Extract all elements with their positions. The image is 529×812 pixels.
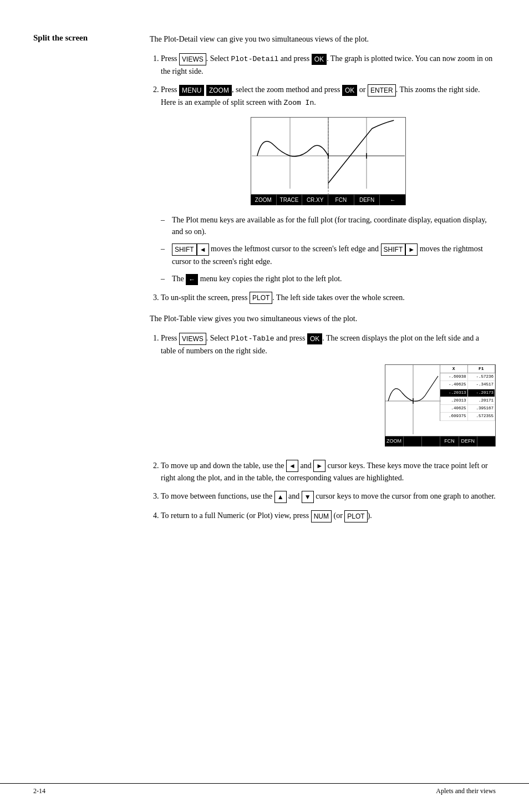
shift-key-2: SHIFT xyxy=(381,243,406,256)
cell-f1-2: -.34517 xyxy=(468,381,496,388)
split-menu-defn: DEFN xyxy=(459,437,477,446)
views-key-2: VIEWS xyxy=(179,333,206,345)
step-p2-3: To move between functions, use the ▲ and… xyxy=(161,490,496,503)
plot-detail-code: Plot-Detail xyxy=(231,55,278,63)
ok-key-3: OK xyxy=(307,333,322,344)
bullet-2: SHIFT◄ moves the leftmost cursor to the … xyxy=(161,243,496,267)
graph-wrapper: ZOOM TRACE CR.XY FCN DEFN ← xyxy=(251,117,406,205)
footer: 2-14 Aplets and their views xyxy=(0,783,529,795)
split-menu-empty2 xyxy=(422,437,440,446)
graph-svg xyxy=(251,118,405,194)
split-menu-zoom: ZOOM xyxy=(385,437,404,446)
num-key: NUM xyxy=(311,510,332,522)
menu-bar: ZOOM TRACE CR.XY FCN DEFN ← xyxy=(251,195,406,205)
plot-table-code: Plot-Table xyxy=(231,334,274,343)
right-arrow-key-1: ► xyxy=(405,243,418,256)
split-menu-fcn: FCN xyxy=(440,437,459,446)
zoom-in-code: Zoom In xyxy=(284,99,314,107)
step-p2-4-text: To return to a full Numeric (or Plot) vi… xyxy=(161,511,372,520)
intro-paragraph-1: The Plot-Detail view can give you two si… xyxy=(150,33,496,45)
ok-key-1: OK xyxy=(312,54,327,65)
cell-f1-5: .395167 xyxy=(468,405,496,412)
split-menu-empty3 xyxy=(477,437,496,446)
footer-page-number: 2-14 xyxy=(33,787,45,795)
step-3: To un-split the screen, press PLOT. The … xyxy=(161,292,496,304)
col-x-header: X xyxy=(440,365,468,373)
bullet-3: The ← menu key copies the right plot to … xyxy=(161,273,496,285)
shift-key-1: SHIFT xyxy=(172,243,197,256)
step-p2-3-text: To move between functions, use the ▲ and… xyxy=(161,492,496,500)
plot-table-graph-svg xyxy=(385,365,441,434)
split-graph-box: X F1 -.60938 -.57236 -.40625 xyxy=(385,364,496,437)
cell-x-6: .609375 xyxy=(440,413,468,420)
table-row-3-highlighted: -.20313 -.20173 xyxy=(440,389,495,397)
menu-crxy: CR.XY xyxy=(302,195,328,205)
split-screen-graph xyxy=(251,117,406,195)
left-arrow-key-2: ◄ xyxy=(286,460,298,472)
section-title: Split the screen xyxy=(33,33,88,42)
table-row-6: .609375 .572355 xyxy=(440,413,495,420)
left-arrow-key-1: ◄ xyxy=(197,243,209,256)
menu-left-arrow: ← xyxy=(380,195,406,205)
steps-list-part1: Press VIEWS. Select Plot-Detail and pres… xyxy=(150,53,496,304)
cell-x-1: -.60938 xyxy=(440,373,468,380)
bullet-list-part1: The Plot menu keys are available as for … xyxy=(161,214,496,285)
graph-container: ZOOM TRACE CR.XY FCN DEFN ← xyxy=(161,117,496,205)
right-arrow-key-2: ► xyxy=(313,460,325,472)
menu-trace: TRACE xyxy=(277,195,303,205)
col-f1-header: F1 xyxy=(468,365,496,373)
copy-key: ← xyxy=(186,274,198,285)
plot-key-2: PLOT xyxy=(344,510,367,522)
zoom-key-inv: ZOOM xyxy=(206,85,232,96)
cell-f1-6: .572355 xyxy=(468,413,496,420)
table-row-5: .40625 .395167 xyxy=(440,405,495,413)
menu-zoom: ZOOM xyxy=(251,195,277,205)
step-p2-4: To return to a full Numeric (or Plot) vi… xyxy=(161,510,496,522)
footer-section-name: Aplets and their views xyxy=(436,787,496,795)
page: Split the screen The Plot-Detail view ca… xyxy=(0,0,529,812)
cell-x-3: -.20313 xyxy=(440,389,468,397)
step-p2-2-text: To move up and down the table, use the ◄… xyxy=(161,461,488,483)
steps-list-part2: Press VIEWS. Select Plot-Table and press… xyxy=(150,332,496,522)
down-arrow-key: ▼ xyxy=(302,491,314,503)
step-p2-2: To move up and down the table, use the ◄… xyxy=(161,460,496,484)
menu-fcn: FCN xyxy=(328,195,354,205)
split-menu-bar: ZOOM FCN DEFN xyxy=(385,437,496,446)
intro-paragraph-2: The Plot-Table view gives you two simult… xyxy=(150,313,496,324)
step-p2-1-text: Press VIEWS. Select Plot-Table and press… xyxy=(161,334,479,355)
step3-text: To un-split the screen, press PLOT. The … xyxy=(161,293,405,302)
views-key: VIEWS xyxy=(179,53,206,65)
step-2: Press MENU ZOOM, select the zoom method … xyxy=(161,84,496,285)
cell-x-5: .40625 xyxy=(440,405,468,412)
table-header: X F1 xyxy=(440,365,495,373)
table-row-2: -.40625 -.34517 xyxy=(440,381,495,389)
ok-key-2: OK xyxy=(342,85,357,96)
table-row-4: .20313 .20171 xyxy=(440,397,495,405)
cell-x-4: .20313 xyxy=(440,397,468,404)
up-arrow-key: ▲ xyxy=(274,491,287,503)
step-p2-1: Press VIEWS. Select Plot-Table and press… xyxy=(161,332,496,451)
cell-f1-3: -.20173 xyxy=(468,389,496,397)
cell-f1-1: -.57236 xyxy=(468,373,496,380)
cell-x-2: -.40625 xyxy=(440,381,468,388)
menu-key: MENU xyxy=(179,85,204,96)
split-table: X F1 -.60938 -.57236 -.40625 xyxy=(440,365,495,421)
step2-text: Press MENU ZOOM, select the zoom method … xyxy=(161,85,480,106)
menu-defn: DEFN xyxy=(354,195,380,205)
split-graph-container: X F1 -.60938 -.57236 -.40625 xyxy=(385,364,496,446)
split-menu-empty1 xyxy=(404,437,422,446)
split-table-section: X F1 -.60938 -.57236 -.40625 xyxy=(161,364,496,452)
bullet-1: The Plot menu keys are available as for … xyxy=(161,214,496,237)
plot-key-1: PLOT xyxy=(250,292,272,304)
cell-f1-4: .20171 xyxy=(468,397,496,404)
table-row-1: -.60938 -.57236 xyxy=(440,373,495,381)
step1-text: Press VIEWS. Select Plot-Detail and pres… xyxy=(161,54,492,75)
step-1: Press VIEWS. Select Plot-Detail and pres… xyxy=(161,53,496,77)
enter-key: ENTER xyxy=(368,84,396,97)
